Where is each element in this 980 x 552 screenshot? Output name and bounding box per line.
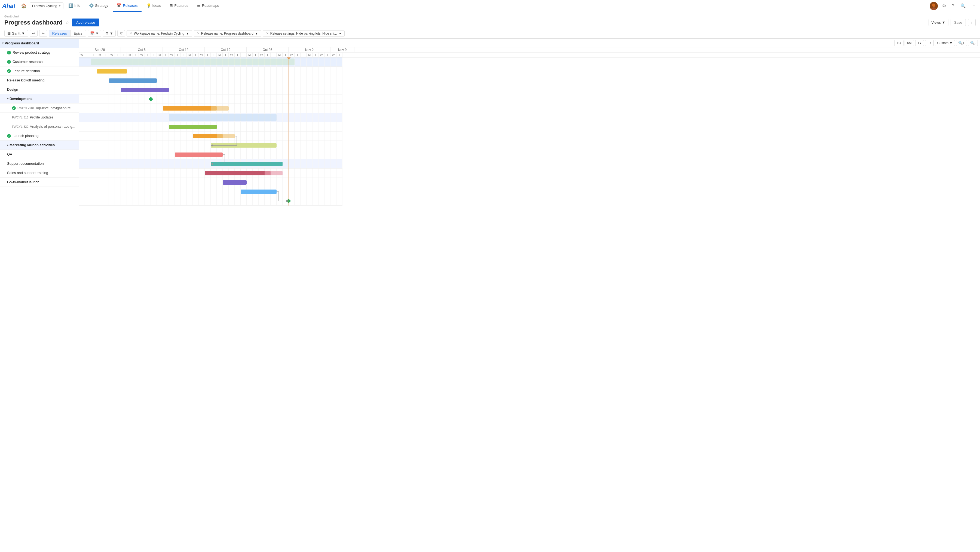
- gantt-body-row-release-kickoff: [79, 94, 342, 104]
- nav-tab-features[interactable]: ⊞ Features: [166, 0, 192, 12]
- filter-chip-workspace[interactable]: ✕ Workspace name: Fredwin Cycling ▼: [127, 30, 192, 37]
- gantt-row-fwcyl-315[interactable]: FWCYL-315Profile updates: [0, 113, 79, 122]
- gantt-row-review-product[interactable]: ✓Review product strategy: [0, 48, 79, 57]
- gantt-body-row-fwcyl-315: [79, 132, 342, 141]
- row-label: Feature definition: [13, 69, 40, 73]
- gantt-day-27: F: [241, 53, 247, 57]
- gantt-body-row-design: [79, 104, 342, 113]
- chip-x3-icon[interactable]: ✕: [266, 32, 269, 35]
- zoom-custom-caret: ▼: [949, 41, 953, 45]
- status-done-icon: ✓: [7, 60, 11, 64]
- gantt-row-support-docs[interactable]: Support documentation: [0, 159, 79, 168]
- zoom-in-button[interactable]: 🔍+: [956, 40, 967, 46]
- gantt-row-progress-dashboard[interactable]: ▾Progress dashboard: [0, 39, 79, 48]
- zoom-1q[interactable]: 1Q: [894, 40, 904, 46]
- gantt-day-3: M: [97, 53, 103, 57]
- gantt-row-development[interactable]: ▾Development: [0, 94, 79, 104]
- gantt-row-feature-definition[interactable]: ✓Feature definition: [0, 67, 79, 76]
- gantt-icon: ▦: [7, 31, 11, 35]
- gantt-day-34: T: [283, 53, 288, 57]
- nav-tab-ideas-label: Ideas: [153, 3, 161, 8]
- chip-x-icon[interactable]: ✕: [130, 32, 132, 35]
- expand-icon[interactable]: ▾: [7, 97, 8, 100]
- settings-toolbar-button[interactable]: ⚙ ▼: [103, 30, 115, 37]
- row-label: Release kickoff meeting: [7, 78, 45, 82]
- nav-tab-info[interactable]: ℹ️ Info: [65, 0, 84, 12]
- page-header: Gantt chart Progress dashboard ☆ Add rel…: [0, 12, 980, 28]
- page-title: Progress dashboard: [4, 19, 63, 26]
- save-button[interactable]: Save: [951, 19, 966, 26]
- workspace-selector[interactable]: Fredwin Cycling ▼: [30, 2, 64, 9]
- zoom-fit[interactable]: Fit: [925, 40, 934, 46]
- row-label: Customer research: [13, 60, 43, 64]
- row-ticket: FWCYL-315: [12, 116, 29, 119]
- search-button[interactable]: 🔍: [959, 2, 967, 10]
- gantt-body-row-progress-dashboard: [79, 57, 342, 67]
- settings-button[interactable]: ⚙: [940, 2, 948, 10]
- gantt-row-launch-planning[interactable]: ✓Launch planning: [0, 131, 79, 140]
- nav-tab-releases-label: Releases: [123, 3, 137, 8]
- gantt-row-fwcyl-322[interactable]: FWCYL-322Analysis of personal race g...: [0, 122, 79, 131]
- releases-toggle[interactable]: Releases: [49, 30, 70, 37]
- filter-button[interactable]: ▽: [117, 30, 125, 37]
- add-release-button[interactable]: Add release: [72, 19, 99, 26]
- gantt-row-customer-research[interactable]: ✓Customer research: [0, 57, 79, 67]
- svg-point-1: [932, 3, 935, 7]
- calendar-button[interactable]: 📅 ▼: [88, 30, 101, 37]
- nav-tab-roadmaps[interactable]: ☰ Roadmaps: [193, 0, 223, 12]
- gantt-day-38: M: [307, 53, 312, 57]
- nav-tab-releases[interactable]: 📅 Releases: [113, 0, 141, 12]
- gantt-row-marketing-launch[interactable]: ▸Marketing launch activities: [0, 140, 79, 150]
- gantt-row-fwcyl-318[interactable]: ✓FWCYL-318Top-level navigation re...: [0, 104, 79, 113]
- avatar[interactable]: [930, 2, 938, 10]
- gantt-month-Oct-19: Oct 19: [205, 47, 247, 52]
- gantt-day-9: T: [133, 53, 139, 57]
- epics-toggle[interactable]: Epics: [70, 30, 86, 37]
- zoom-1y[interactable]: 1Y: [915, 40, 924, 46]
- add-button[interactable]: ＋: [970, 2, 978, 10]
- gantt-right-panel[interactable]: 1Q 6M 1Y Fit Custom ▼ 🔍+ 🔍- Sep 28Oct 5O…: [79, 39, 980, 552]
- gantt-day-17: F: [181, 53, 187, 57]
- favorite-icon[interactable]: ☆: [65, 20, 69, 25]
- releases-icon: 📅: [117, 3, 121, 8]
- home-button[interactable]: 🏠: [19, 2, 29, 10]
- row-ticket: FWCYL-318: [18, 107, 34, 110]
- gantt-day-30: W: [259, 53, 265, 57]
- views-button[interactable]: Views ▼: [929, 19, 948, 26]
- gantt-row-design[interactable]: Design: [0, 85, 79, 94]
- row-label: Launch planning: [13, 134, 38, 138]
- zoom-6m[interactable]: 6M: [905, 40, 914, 46]
- undo-button[interactable]: ↩: [30, 30, 38, 37]
- chip-x2-icon[interactable]: ✕: [197, 32, 200, 35]
- status-done-icon: ✓: [7, 51, 11, 54]
- export-button[interactable]: ↑: [968, 19, 976, 26]
- gantt-row-go-to-market[interactable]: Go-to-market launch: [0, 177, 79, 187]
- gantt-month-Nov-9: Nov 9: [331, 47, 355, 52]
- gantt-row-release-kickoff[interactable]: Release kickoff meeting: [0, 76, 79, 85]
- gantt-row-qa[interactable]: QA: [0, 150, 79, 159]
- gantt-body-row-customer-research: [79, 76, 342, 85]
- strategy-icon: ⚙️: [89, 3, 94, 8]
- gantt-row-sales-training[interactable]: Sales and support training: [0, 168, 79, 177]
- nav-tab-ideas[interactable]: 💡 Ideas: [143, 0, 165, 12]
- gantt-view-button[interactable]: ▦ Gantt ▼: [4, 30, 28, 37]
- filter-chip-settings[interactable]: ✕ Release settings: Hide parking lots, H…: [263, 30, 345, 37]
- filter-chip-release[interactable]: ✕ Release name: Progress dashboard ▼: [194, 30, 261, 37]
- zoom-custom[interactable]: Custom ▼: [935, 40, 955, 46]
- app-logo[interactable]: Aha!: [2, 2, 16, 10]
- gantt-day-2: F: [91, 53, 97, 57]
- expand-icon[interactable]: ▸: [7, 144, 8, 147]
- expand-icon[interactable]: ▾: [2, 41, 3, 45]
- gantt-day-22: F: [211, 53, 217, 57]
- help-button[interactable]: ?: [950, 2, 956, 10]
- gantt-caret-icon: ▼: [22, 31, 25, 35]
- gantt-day-28: M: [247, 53, 253, 57]
- redo-button[interactable]: ↪: [39, 30, 47, 37]
- chip2-caret-icon: ▼: [255, 32, 258, 35]
- gantt-day-14: T: [163, 53, 169, 57]
- gantt-day-7: F: [121, 53, 127, 57]
- nav-tab-strategy[interactable]: ⚙️ Strategy: [85, 0, 112, 12]
- zoom-out-button[interactable]: 🔍-: [968, 40, 978, 46]
- roadmaps-icon: ☰: [197, 3, 200, 8]
- gantt-body-row-support-docs: [79, 178, 342, 187]
